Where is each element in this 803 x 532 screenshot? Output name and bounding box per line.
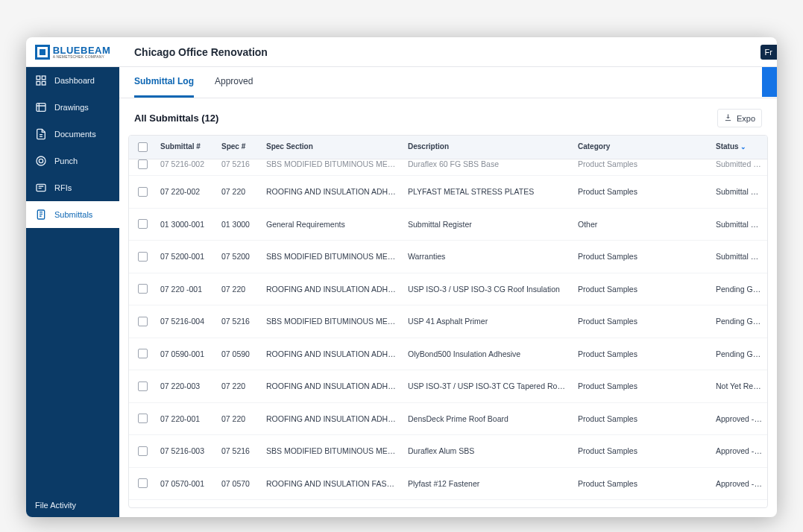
cell-spec: 01 3000 [217, 213, 262, 235]
sidebar-item-documents[interactable]: Documents [26, 121, 119, 148]
cell-section: General Requirements [262, 213, 403, 235]
sidebar-item-label: Punch [54, 156, 78, 165]
row-checkbox[interactable] [138, 284, 148, 294]
cell-submittal: 07 5216-003 [156, 440, 217, 462]
cell-section: ROOFING AND INSULATION ADHESIV... [262, 278, 403, 300]
cell-submittal: 07 5200-001 [156, 245, 217, 267]
select-all-checkbox[interactable] [138, 142, 148, 152]
submittals-table: Submittal # Spec # Spec Section Descript… [128, 135, 768, 508]
svg-point-6 [39, 159, 42, 162]
cell-submittal: 07 0590-001 [156, 343, 217, 365]
svg-point-5 [37, 156, 45, 165]
table-header: Submittal # Spec # Spec Section Descript… [129, 136, 767, 159]
table-row[interactable]: 07 0590-00107 0590ROOFING AND INSULATION… [129, 338, 767, 371]
sidebar-item-label: Drawings [54, 103, 89, 112]
col-section[interactable]: Spec Section [262, 136, 403, 159]
row-checkbox[interactable] [138, 478, 148, 488]
logo-tagline: A NEMETSCHEK COMPANY [53, 54, 111, 59]
table-row[interactable]: 07 220-00307 220ROOFING AND INSULATION A… [129, 370, 767, 403]
cell-description: Duraflex Alum SBS [403, 440, 573, 462]
cell-submittal: 07 220 -001 [156, 278, 217, 300]
header-right-button[interactable]: Fr [761, 45, 777, 60]
table-row[interactable]: 07 220-00207 220ROOFING AND INSULATION A… [129, 176, 767, 209]
col-desc[interactable]: Description [403, 136, 573, 159]
sidebar-item-rfis[interactable]: RFIs [26, 174, 119, 201]
row-checkbox[interactable] [138, 252, 148, 262]
logo-area: BLUEBEAM A NEMETSCHEK COMPANY [26, 45, 119, 60]
cell-description: USP ISO-3 / USP ISO-3 CG Roof Insulation [403, 278, 573, 300]
col-category[interactable]: Category [573, 136, 711, 159]
table-row[interactable]: 07 220 -00107 220ROOFING AND INSULATION … [129, 273, 767, 306]
cell-description: Warranties [403, 245, 573, 267]
row-checkbox[interactable] [138, 381, 148, 391]
cell-submittal: 07 0570-001 [156, 472, 217, 495]
table-row[interactable]: 07 5200-00107 5200SBS MODIFIED BITUMINOU… [129, 241, 767, 273]
cell-category: Product Samples [573, 408, 711, 430]
sidebar-item-dashboard[interactable]: Dashboard [26, 67, 119, 94]
table-row[interactable]: 07 220-00107 220ROOFING AND INSULATION A… [129, 403, 767, 436]
dashboard-icon [35, 75, 47, 86]
table-row[interactable]: 07 5216-00207 5216SBS MODIFIED BITUMINOU… [129, 159, 767, 176]
row-checkbox[interactable] [138, 414, 148, 423]
app-window: BLUEBEAM A NEMETSCHEK COMPANY Chicago Of… [26, 37, 777, 517]
cell-section: SBS MODIFIED BITUMINOUS MEMBR... [262, 159, 403, 175]
cell-status: Not Yet Requeste [711, 375, 767, 397]
export-button[interactable]: Expo [717, 109, 762, 127]
svg-rect-1 [42, 76, 45, 80]
tab-approved[interactable]: Approved [215, 67, 253, 98]
table-row[interactable]: 07 5216-00407 5216SBS MODIFIED BITUMINOU… [129, 305, 767, 338]
sidebar-item-label: Documents [54, 130, 96, 139]
row-checkbox[interactable] [138, 159, 148, 169]
svg-rect-3 [42, 81, 45, 85]
col-submittal[interactable]: Submittal # [156, 136, 217, 159]
export-label: Expo [737, 114, 755, 123]
cell-category: Product Samples [573, 159, 711, 175]
logo-mark-icon [35, 45, 50, 60]
cell-submittal: 07 5216-002 [156, 159, 217, 175]
row-checkbox[interactable] [138, 446, 148, 456]
cell-spec: 07 5200 [217, 245, 262, 267]
sidebar-footer[interactable]: File Activity [26, 493, 119, 517]
cell-status: Submittal Reques [711, 213, 767, 235]
cell-submittal: 01 3000-001 [156, 213, 217, 235]
cell-description: DensDeck Prime Roof Board [403, 408, 573, 430]
documents-icon [35, 128, 47, 140]
tab-submittal-log[interactable]: Submittal Log [134, 67, 194, 98]
cell-spec: 07 220 [217, 180, 262, 203]
table-row[interactable]: 01 3000-00101 3000General RequirementsSu… [129, 209, 767, 241]
cell-category: Product Samples [573, 440, 711, 462]
svg-rect-2 [37, 81, 40, 85]
logo[interactable]: BLUEBEAM A NEMETSCHEK COMPANY [35, 45, 111, 60]
main-content: Submittal LogApproved All Submittals (12… [119, 67, 777, 517]
table-row[interactable]: 07 5216-00307 5216SBS MODIFIED BITUMINOU… [129, 435, 767, 468]
cell-status: Pending GC Appro [711, 343, 767, 365]
row-checkbox[interactable] [138, 317, 148, 326]
row-checkbox[interactable] [138, 349, 148, 358]
cell-section: ROOFING AND INSULATION ADHESIV... [262, 375, 403, 397]
cell-submittal: 07 220-003 [156, 375, 217, 397]
cell-submittal: 07 220-001 [156, 408, 217, 430]
col-spec[interactable]: Spec # [217, 136, 262, 159]
cell-category: Product Samples [573, 245, 711, 267]
cell-status: Pending GC Appro [711, 310, 767, 332]
sidebar-item-submittals[interactable]: Submittals [26, 201, 120, 228]
cell-submittal: 07 220-002 [156, 180, 217, 203]
row-checkbox[interactable] [138, 187, 148, 197]
cell-category: Product Samples [573, 343, 711, 365]
row-checkbox[interactable] [138, 219, 148, 229]
cell-status: Submittal Reques [711, 245, 767, 267]
sidebar-item-drawings[interactable]: Drawings [26, 94, 119, 121]
cell-section: SBS MODIFIED BITUMINOUS MEMBR... [262, 310, 403, 332]
cell-section: SBS MODIFIED BITUMINOUS MEMBR... [262, 245, 403, 267]
primary-action-button[interactable] [762, 67, 777, 97]
sidebar-item-label: RFIs [54, 183, 72, 192]
cell-category: Other [573, 213, 711, 235]
submittals-icon [35, 209, 47, 221]
sidebar-item-punch[interactable]: Punch [26, 148, 119, 174]
cell-description: Plyfast #12 Fastener [403, 472, 573, 495]
table-row[interactable]: 07 0570-00107 0570ROOFING AND INSULATION… [129, 468, 767, 501]
sidebar: DashboardDrawingsDocumentsPunchRFIsSubmi… [26, 67, 119, 517]
col-status[interactable]: Status⌄ [711, 136, 767, 159]
sidebar-item-label: Submittals [54, 210, 92, 219]
cell-spec: 07 5216 [217, 310, 262, 332]
